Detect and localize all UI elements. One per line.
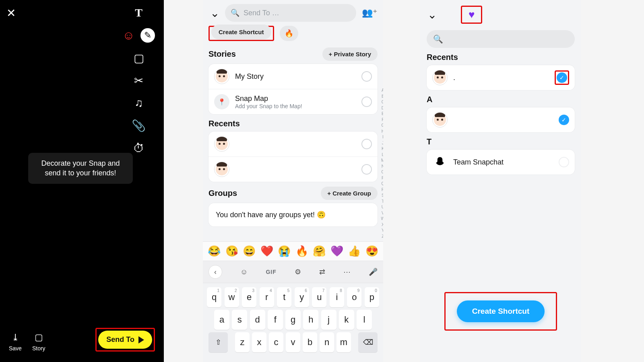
select-circle[interactable]: [361, 71, 372, 82]
key-c[interactable]: c: [269, 332, 283, 352]
pencil-tool-icon[interactable]: ✎: [140, 28, 155, 43]
section-t-heading: T: [427, 137, 575, 146]
key-h[interactable]: h: [303, 310, 318, 330]
key-t[interactable]: t5: [277, 287, 291, 307]
kb-more-icon[interactable]: ⋯: [343, 267, 351, 276]
create-shortcut-cta-wrap: Create Shortcut: [420, 292, 581, 331]
key-l[interactable]: l: [357, 310, 372, 330]
draw-row: ☺ ✎: [122, 28, 155, 43]
key-o[interactable]: o9: [347, 287, 361, 307]
team-snapchat-row[interactable]: Team Snapchat: [427, 150, 575, 175]
kb-back-icon[interactable]: ‹: [208, 265, 222, 279]
key-y[interactable]: y6: [295, 287, 309, 307]
checkmark-icon[interactable]: ✓: [559, 115, 569, 125]
key-d[interactable]: d: [250, 310, 265, 330]
kb-translate-icon[interactable]: ⇄: [319, 267, 325, 276]
recent-row[interactable]: [208, 157, 378, 182]
emoji-suggestion[interactable]: 😄: [243, 245, 256, 257]
kb-gif-button[interactable]: GIF: [266, 269, 276, 275]
emoji-suggestion[interactable]: 🤗: [313, 245, 326, 257]
recents-header: Recents: [208, 119, 378, 128]
key-f[interactable]: f: [268, 310, 283, 330]
story-icon: ▢: [35, 332, 43, 343]
text-tool-icon[interactable]: T: [132, 6, 146, 20]
key-b[interactable]: b: [303, 332, 317, 352]
my-story-row[interactable]: My Story: [208, 64, 378, 89]
key-q[interactable]: q1: [207, 287, 221, 307]
stories-header: Stories + Private Story: [208, 47, 378, 61]
contact-row[interactable]: ✓: [427, 107, 575, 132]
emoji-suggestion[interactable]: 😂: [208, 245, 221, 257]
smiley-icon: ☺: [122, 29, 135, 42]
emoji-suggestion[interactable]: 😭: [278, 245, 291, 257]
create-shortcut-chip[interactable]: Create Shortcut: [211, 25, 271, 39]
timer-tool-icon[interactable]: ⏱: [132, 141, 146, 155]
snap-editor-panel: ✕ T ☺ ✎ ▢ ✂ ♫ 📎 ⏱ Decorate your Snap and…: [0, 0, 164, 362]
private-story-button[interactable]: + Private Story: [322, 47, 378, 61]
emoji-suggestion-row: 😂😘😄❤️😭🔥🤗💜👍😍: [203, 241, 383, 261]
kb-sticker-icon[interactable]: ☺: [240, 268, 248, 276]
save-button[interactable]: ⤓ Save: [9, 332, 22, 352]
send-to-panel: ⌄ 🔍 Send To … 👥⁺ Create Shortcut 🔥 A B C…: [203, 0, 383, 362]
avatar: [432, 70, 448, 85]
add-group-icon[interactable]: 👥⁺: [362, 8, 378, 18]
key-n[interactable]: n: [320, 332, 334, 352]
emoji-suggestion[interactable]: 🔥: [295, 245, 308, 257]
select-circle[interactable]: [361, 139, 372, 149]
kb-settings-icon[interactable]: ⚙: [295, 267, 301, 276]
stories-heading: Stories: [208, 49, 236, 59]
create-shortcut-button[interactable]: Create Shortcut: [457, 300, 545, 322]
map-pin-icon: 📍: [214, 94, 229, 109]
key-x[interactable]: x: [252, 332, 266, 352]
key-k[interactable]: k: [339, 310, 354, 330]
select-circle[interactable]: [559, 157, 569, 167]
fire-shortcut-chip[interactable]: 🔥: [280, 26, 298, 41]
heart-icon[interactable]: ♥: [469, 8, 475, 21]
key-e[interactable]: e3: [242, 287, 256, 307]
emoji-suggestion[interactable]: 💜: [330, 245, 343, 257]
sticker-tool-icon[interactable]: ▢: [132, 51, 146, 65]
key-a[interactable]: a: [214, 310, 229, 330]
emoji-suggestion[interactable]: 😍: [365, 245, 378, 257]
select-circle[interactable]: [361, 97, 372, 107]
key-r[interactable]: r4: [260, 287, 274, 307]
recent-row[interactable]: [208, 132, 378, 157]
close-icon[interactable]: ✕: [6, 6, 16, 20]
scissors-tool-icon[interactable]: ✂: [132, 73, 146, 88]
key-i[interactable]: i8: [330, 287, 344, 307]
key-g[interactable]: g: [285, 310, 301, 330]
recent-row[interactable]: . ✓: [427, 65, 575, 90]
send-to-search[interactable]: 🔍 Send To …: [225, 4, 356, 22]
send-to-button[interactable]: Send To: [98, 331, 152, 349]
key-z[interactable]: z: [235, 332, 250, 352]
story-button[interactable]: ▢ Story: [32, 332, 45, 352]
save-label: Save: [9, 345, 22, 352]
key-u[interactable]: u7: [312, 287, 326, 307]
snap-map-row[interactable]: 📍 Snap Map Add your Snap to the Map!: [208, 89, 378, 114]
key-p[interactable]: p0: [365, 287, 379, 307]
create-group-button[interactable]: + Create Group: [321, 187, 378, 200]
key-m[interactable]: m: [336, 332, 351, 352]
music-tool-icon[interactable]: ♫: [132, 96, 146, 110]
avatar: [214, 69, 229, 84]
backspace-key[interactable]: ⌫: [358, 332, 378, 352]
shortcut-search[interactable]: 🔍: [427, 30, 575, 48]
attachment-tool-icon[interactable]: 📎: [132, 118, 146, 133]
spacer: [581, 0, 644, 362]
shift-key[interactable]: ⇧: [208, 332, 228, 352]
key-j[interactable]: j: [321, 310, 336, 330]
download-icon: ⤓: [12, 332, 19, 343]
key-s[interactable]: s: [232, 310, 247, 330]
emoji-suggestion[interactable]: ❤️: [260, 245, 273, 257]
emoji-suggestion[interactable]: 😘: [225, 245, 238, 257]
key-w[interactable]: w2: [225, 287, 239, 307]
chevron-down-icon[interactable]: ⌄: [210, 6, 219, 20]
select-circle[interactable]: [361, 164, 372, 175]
checkmark-icon[interactable]: ✓: [557, 72, 567, 83]
chevron-down-icon[interactable]: ⌄: [427, 8, 437, 21]
key-v[interactable]: v: [286, 332, 300, 352]
emoji-suggestion[interactable]: 👍: [348, 245, 361, 257]
kb-mic-icon[interactable]: 🎤: [369, 267, 378, 276]
alpha-index[interactable]: A B C D E F G H I J K L M N O P Q R S T …: [381, 88, 383, 239]
shortcut-body: A B C D E F G H I J K L M N O P Q R S T …: [420, 53, 581, 175]
